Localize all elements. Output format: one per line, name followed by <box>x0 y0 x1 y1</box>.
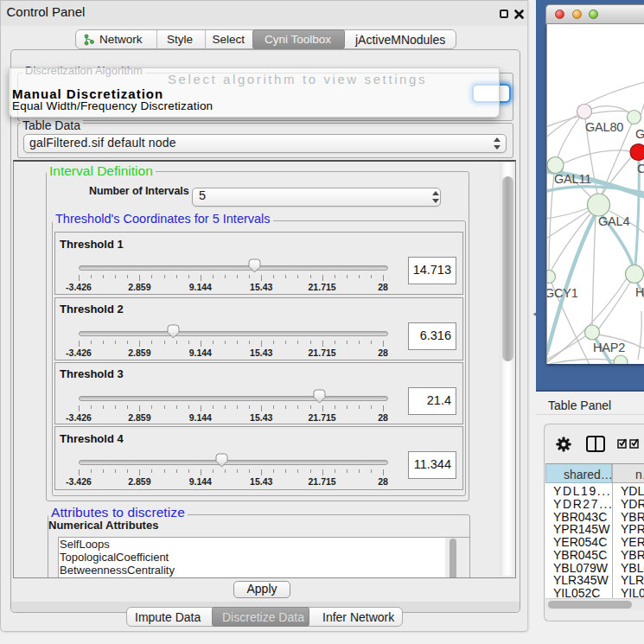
svg-text:GAL80: GAL80 <box>585 120 623 134</box>
svg-text:GA: GA <box>635 127 644 141</box>
svg-text:GAL11: GAL11 <box>554 172 591 186</box>
svg-text:GAL4: GAL4 <box>598 214 629 228</box>
svg-text:H: H <box>635 285 644 299</box>
svg-text:C: C <box>637 162 644 175</box>
svg-text:HAP2: HAP2 <box>593 341 625 354</box>
svg-text:GCY1: GCY1 <box>547 286 578 300</box>
